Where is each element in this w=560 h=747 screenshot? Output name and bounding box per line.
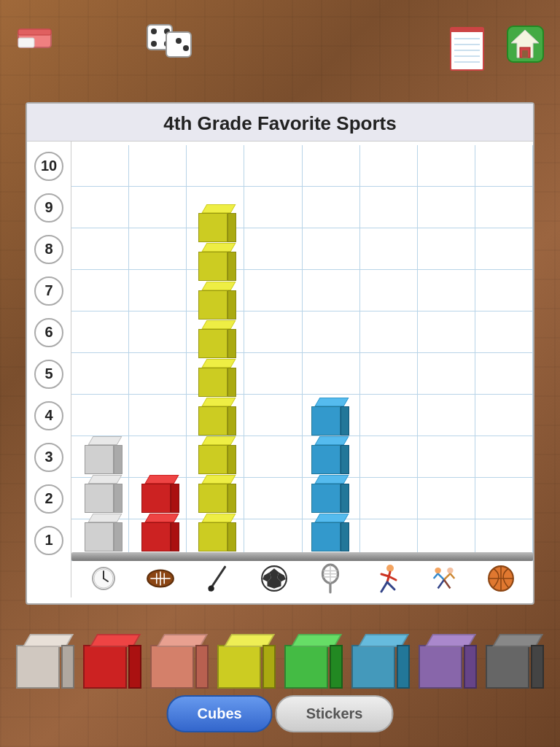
y-label-2: 2	[27, 478, 71, 519]
bar-slot-2[interactable]	[139, 475, 182, 552]
palette-area	[15, 634, 545, 689]
chart-body: 1 2 3 4 5 6 7 8 9 10	[27, 142, 533, 597]
y-label-1: 1	[27, 519, 71, 561]
bar-gray[interactable]	[85, 436, 122, 552]
svg-point-44	[386, 565, 394, 572]
palette-cube-darkgray[interactable]	[486, 634, 544, 689]
top-bar	[0, 13, 560, 56]
bar-slot-1[interactable]	[82, 436, 125, 552]
bar-slot-5[interactable]	[310, 398, 352, 552]
svg-rect-8	[166, 32, 191, 57]
sport-icon-football[interactable]	[145, 563, 176, 594]
y-label-7: 7	[27, 270, 71, 311]
svg-line-52	[438, 573, 444, 579]
y-label-9: 9	[27, 187, 71, 228]
palette-cube-teal[interactable]	[351, 634, 410, 689]
tab-stickers[interactable]: Stickers	[276, 695, 394, 732]
grid-area[interactable]	[71, 142, 533, 597]
dice-icon[interactable]	[146, 19, 197, 66]
y-label-10: 10	[27, 145, 71, 187]
y-label-5: 5	[27, 353, 71, 395]
y-label-4: 4	[27, 395, 71, 436]
palette-cube-yellow[interactable]	[217, 634, 276, 689]
eraser-icon[interactable]	[15, 20, 55, 56]
svg-line-54	[434, 573, 438, 578]
bar-yellow[interactable]	[198, 204, 236, 552]
sport-icon-running[interactable]	[372, 563, 402, 594]
palette-cube-purple[interactable]	[419, 634, 477, 689]
sports-icons-row	[71, 561, 533, 596]
svg-point-32	[208, 585, 214, 591]
palette-cube-green[interactable]	[284, 634, 343, 689]
y-label-6: 6	[27, 311, 71, 353]
sport-icon-soccer[interactable]	[259, 563, 289, 594]
svg-rect-12	[451, 28, 483, 32]
bar-slot-3[interactable]	[196, 204, 238, 552]
bars-area[interactable]	[71, 145, 533, 552]
svg-line-47	[387, 582, 394, 589]
svg-rect-2	[18, 29, 51, 35]
sport-icon-basketball[interactable]	[486, 563, 516, 594]
svg-line-48	[381, 574, 389, 576]
bar-red[interactable]	[141, 475, 179, 552]
home-icon[interactable]	[505, 24, 545, 67]
y-label-8: 8	[27, 228, 71, 270]
svg-point-50	[435, 568, 441, 573]
svg-point-6	[151, 41, 157, 47]
palette-cube-red[interactable]	[83, 634, 141, 689]
svg-rect-11	[451, 28, 483, 70]
svg-line-53	[438, 580, 444, 589]
svg-line-49	[389, 576, 396, 580]
y-axis: 1 2 3 4 5 6 7 8 9 10	[27, 142, 71, 597]
tab-cubes[interactable]: Cubes	[167, 695, 273, 732]
sport-icon-wrestling[interactable]	[429, 563, 459, 594]
sport-icon-tennis[interactable]	[315, 563, 346, 594]
palette-cube-salmon[interactable]	[150, 634, 209, 689]
notepad-icon[interactable]	[447, 24, 487, 77]
svg-line-57	[451, 573, 455, 578]
svg-line-56	[444, 580, 450, 589]
svg-rect-21	[522, 50, 528, 58]
svg-line-55	[444, 573, 450, 579]
chart-title: 4th Grade Favorite Sports	[27, 104, 533, 142]
y-label-3: 3	[27, 436, 71, 478]
bar-blue[interactable]	[311, 398, 349, 552]
chart-container: 4th Grade Favorite Sports 1 2 3 4 5 6 7 …	[26, 102, 534, 605]
baseline-shelf	[71, 552, 533, 561]
sport-icon-clock[interactable]	[88, 563, 119, 594]
svg-line-46	[381, 582, 387, 592]
svg-rect-1	[18, 38, 34, 47]
svg-point-4	[151, 28, 157, 34]
sport-icon-hockey[interactable]	[202, 563, 233, 594]
tab-bar: Cubes Stickers	[167, 695, 394, 732]
svg-point-51	[447, 568, 453, 573]
svg-point-9	[176, 38, 182, 44]
svg-point-10	[183, 45, 189, 51]
palette-cube-white[interactable]	[16, 634, 74, 689]
